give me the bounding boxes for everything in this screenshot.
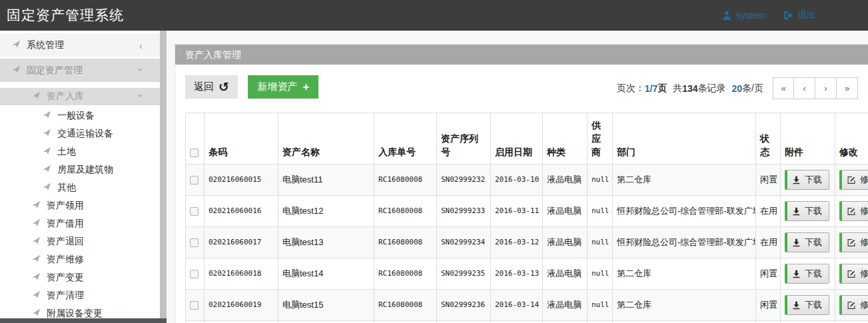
edit-icon bbox=[847, 207, 856, 216]
edit-icon bbox=[847, 238, 856, 247]
sidebar-item-10[interactable]: 资产退回 bbox=[0, 232, 160, 250]
edit-button-label: 修改 bbox=[860, 236, 868, 248]
cell-order: RC16080008 bbox=[374, 258, 437, 290]
cell-barcode: 020216060020 bbox=[205, 321, 278, 323]
edit-button[interactable]: 修改 bbox=[839, 295, 868, 315]
cell-supplier: null bbox=[588, 164, 613, 196]
sidebar-item-6[interactable]: 房屋及建筑物 bbox=[0, 161, 160, 178]
sidebar-item-13[interactable]: 资产清理 bbox=[0, 286, 160, 304]
sidebar-item-5[interactable]: 土地 bbox=[0, 143, 160, 161]
pagination-total-pre: 共 bbox=[673, 83, 682, 95]
row-checkbox[interactable] bbox=[190, 301, 199, 310]
cell-date: 2016-03-11 bbox=[491, 196, 543, 227]
app-title: 固定资产管理系统 bbox=[7, 0, 124, 31]
user-menu[interactable]: system bbox=[722, 10, 765, 21]
last-page-button[interactable]: » bbox=[837, 77, 858, 99]
cell-barcode: 020216060015 bbox=[205, 164, 278, 196]
sidebar-item-0[interactable]: 系统管理‹ bbox=[0, 33, 160, 57]
cell-serial: SN02999232 bbox=[437, 164, 491, 196]
send-icon bbox=[32, 236, 41, 247]
cell-status: 在用 bbox=[756, 196, 781, 227]
sidebar-item-7[interactable]: 其他 bbox=[0, 178, 160, 196]
send-icon bbox=[32, 91, 41, 102]
sidebar-item-label: 附属设备变更 bbox=[47, 308, 103, 320]
cell-order: RC16080008 bbox=[374, 321, 437, 323]
cell-type: 液晶电脑 bbox=[543, 196, 588, 227]
sidebar-item-2[interactable]: 资产入库› bbox=[0, 88, 160, 105]
send-icon bbox=[43, 182, 51, 193]
back-button[interactable]: 返回 ↺ bbox=[185, 75, 238, 99]
download-button[interactable]: 下载 bbox=[785, 264, 829, 284]
download-button[interactable]: 下载 bbox=[785, 232, 829, 252]
download-button[interactable]: 下载 bbox=[785, 201, 829, 221]
select-all-checkbox[interactable] bbox=[190, 149, 199, 157]
cell-serial: SN02999234 bbox=[437, 227, 491, 258]
pagination-per-page: 20 bbox=[732, 83, 743, 94]
download-button[interactable]: 下载 bbox=[785, 170, 829, 190]
col-serial: 资产序列号 bbox=[437, 113, 491, 164]
sidebar-item-11[interactable]: 资产维修 bbox=[0, 250, 160, 268]
col-date: 启用日期 bbox=[491, 113, 543, 164]
sidebar: 系统管理‹固定资产管理›资产入库›一般设备交通运输设备土地房屋及建筑物其他资产领… bbox=[0, 31, 167, 323]
cell-order: RC16080008 bbox=[374, 164, 437, 196]
sidebar-item-4[interactable]: 交通运输设备 bbox=[0, 125, 160, 143]
col-name: 资产名称 bbox=[278, 113, 374, 164]
pagination-total: 134 bbox=[682, 83, 697, 94]
col-type: 种类 bbox=[543, 113, 588, 164]
download-icon bbox=[792, 301, 801, 310]
cell-barcode: 020216060019 bbox=[205, 290, 278, 321]
asset-table: 条码 资产名称 入库单号 资产序列号 启用日期 种类 供应商 部门 状态 附件 … bbox=[185, 113, 868, 323]
row-checkbox[interactable] bbox=[190, 270, 199, 278]
sidebar-scrollbar-thumb[interactable] bbox=[160, 31, 167, 318]
chevron-down-icon: › bbox=[136, 68, 146, 71]
sidebar-scrollbar[interactable] bbox=[160, 31, 167, 318]
cell-type: 液晶电脑 bbox=[543, 227, 588, 258]
add-asset-button[interactable]: 新增资产 + bbox=[248, 75, 318, 99]
table-row: 020216060019 电脑test15 RC16080008 SN02999… bbox=[186, 290, 868, 321]
cell-type: 液晶电脑 bbox=[543, 164, 588, 196]
topbar: 固定资产管理系统 system 退出 bbox=[0, 0, 868, 31]
sidebar-item-12[interactable]: 资产变更 bbox=[0, 268, 160, 286]
edit-button[interactable]: 修改 bbox=[839, 264, 868, 284]
cell-name: 电脑test14 bbox=[278, 258, 374, 290]
edit-button[interactable]: 修改 bbox=[839, 201, 868, 221]
download-button[interactable]: 下载 bbox=[785, 295, 829, 315]
cell-name: 电脑test16 bbox=[278, 321, 374, 323]
row-checkbox[interactable] bbox=[190, 207, 199, 216]
sidebar-item-1[interactable]: 固定资产管理› bbox=[0, 59, 160, 82]
edit-button[interactable]: 修改 bbox=[839, 170, 868, 190]
send-icon bbox=[32, 308, 41, 319]
cell-dept: 第二仓库 bbox=[613, 164, 756, 196]
cell-name: 电脑test12 bbox=[278, 196, 374, 227]
row-checkbox[interactable] bbox=[190, 238, 199, 247]
sidebar-item-3[interactable]: 一般设备 bbox=[0, 107, 160, 125]
asset-inbound-panel: 资产入库管理 返回 ↺ 新增资产 + 页次： 1/7 页 共 134 条记录 2… bbox=[175, 44, 868, 323]
next-page-button[interactable]: › bbox=[815, 77, 837, 99]
cell-serial: SN02999236 bbox=[437, 290, 491, 321]
cell-date: 2016-03-15 bbox=[491, 321, 543, 323]
cell-barcode: 020216060017 bbox=[205, 227, 278, 258]
edit-button[interactable]: 修改 bbox=[839, 232, 868, 252]
first-page-button[interactable]: « bbox=[773, 77, 794, 99]
row-checkbox[interactable] bbox=[190, 176, 199, 184]
cell-dept: 第二仓库 bbox=[613, 258, 756, 290]
cell-name: 电脑test11 bbox=[278, 164, 374, 196]
send-icon bbox=[43, 111, 51, 121]
cell-dept: 第二仓库 bbox=[613, 321, 756, 323]
table-row: 020216060017 电脑test13 RC16080008 SN02999… bbox=[186, 227, 868, 258]
download-button-label: 下载 bbox=[805, 268, 822, 280]
sidebar-item-label: 一般设备 bbox=[57, 110, 95, 122]
sidebar-item-9[interactable]: 资产借用 bbox=[0, 214, 160, 232]
cell-status: 闲置 bbox=[756, 321, 781, 323]
cell-supplier: null bbox=[588, 258, 613, 290]
table-body: 020216060015 电脑test11 RC16080008 SN02999… bbox=[186, 164, 868, 323]
sidebar-item-8[interactable]: 资产领用 bbox=[0, 196, 160, 214]
logout-button[interactable]: 退出 bbox=[783, 9, 816, 21]
pagination-total-suffix: 条记录 bbox=[698, 83, 726, 95]
logout-icon bbox=[783, 11, 793, 20]
prev-page-button[interactable]: ‹ bbox=[794, 77, 815, 99]
download-button-label: 下载 bbox=[805, 205, 822, 217]
cell-supplier: null bbox=[588, 321, 613, 323]
cell-date: 2016-03-12 bbox=[491, 227, 543, 258]
download-button-label: 下载 bbox=[805, 299, 822, 311]
